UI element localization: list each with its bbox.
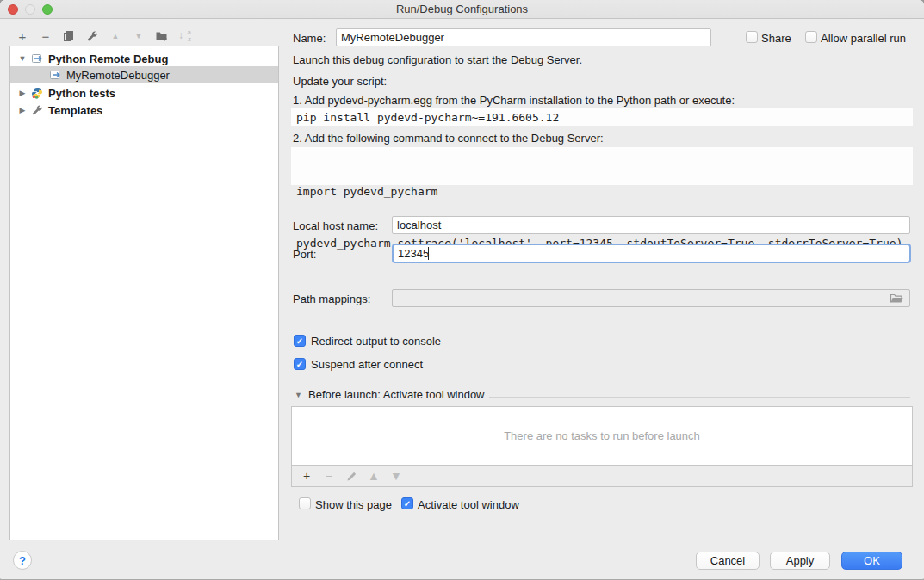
suspend-after-connect-checkbox[interactable]: ✓: [294, 358, 306, 370]
description-line-2: Update your script:: [293, 75, 387, 88]
edit-task-pencil-icon: [344, 469, 358, 483]
remove-task-icon: −: [322, 469, 336, 483]
activate-tool-window-checkbox[interactable]: ✓: [401, 497, 413, 509]
tree-item-label: Python tests: [48, 87, 115, 100]
allow-parallel-run-checkbox[interactable]: [805, 31, 817, 43]
redirect-output-checkbox[interactable]: ✓: [294, 335, 306, 347]
before-launch-collapse-icon[interactable]: ▼: [295, 391, 302, 399]
add-configuration-icon[interactable]: +: [16, 29, 29, 43]
chevron-expanded-icon[interactable]: ▼: [17, 54, 28, 63]
local-host-name-input[interactable]: [392, 216, 910, 234]
title-bar: Run/Debug Configurations: [0, 0, 924, 19]
ok-button[interactable]: OK: [841, 552, 902, 570]
show-this-page-label: Show this page: [315, 498, 392, 511]
window-title: Run/Debug Configurations: [0, 3, 924, 15]
tree-item-python-remote-debug[interactable]: ▼ Python Remote Debug: [10, 50, 278, 67]
tree-item-myremotedebugger[interactable]: MyRemoteDebugger: [10, 66, 278, 83]
share-checkbox[interactable]: [746, 31, 758, 43]
move-task-up-icon: ▲: [367, 469, 381, 483]
help-button[interactable]: ?: [13, 551, 32, 570]
add-task-icon[interactable]: +: [300, 469, 313, 483]
python-tests-icon: [31, 87, 44, 100]
tree-item-label: Templates: [48, 104, 102, 117]
tree-item-templates[interactable]: ▶ Templates: [10, 102, 278, 119]
templates-wrench-icon: [31, 104, 44, 117]
browse-folder-icon[interactable]: [890, 292, 904, 308]
copy-configuration-icon[interactable]: [62, 29, 76, 43]
before-launch-header: Before launch: Activate tool window: [308, 388, 485, 401]
settrace-code-line-1: import pydevd_pycharm: [296, 183, 908, 201]
empty-task-list-text: There are no tasks to run before launch: [504, 429, 700, 442]
pip-install-code: pip install pydevd-pycharm~=191.6605.12: [291, 108, 913, 126]
sort-alphabetically-icon: ↓ a z: [178, 29, 192, 43]
name-input[interactable]: [336, 28, 711, 46]
edit-defaults-wrench-icon[interactable]: [85, 29, 99, 43]
name-label: Name:: [293, 32, 326, 45]
suspend-after-connect-label: Suspend after connect: [311, 358, 423, 371]
path-mappings-input: [392, 289, 910, 307]
allow-parallel-run-label: Allow parallel run: [821, 32, 906, 45]
chevron-collapsed-icon[interactable]: ▶: [17, 106, 28, 114]
tree-item-label: MyRemoteDebugger: [66, 69, 170, 82]
activate-tool-window-label: Activate tool window: [418, 498, 519, 511]
redirect-output-label: Redirect output to console: [311, 335, 441, 348]
move-down-icon: ▼: [132, 29, 146, 43]
before-launch-divider: [489, 397, 910, 398]
cancel-button[interactable]: Cancel: [696, 552, 760, 570]
new-folder-icon[interactable]: [155, 29, 169, 43]
move-up-icon: ▲: [109, 29, 122, 43]
move-task-down-icon: ▼: [389, 469, 403, 483]
description-line-1: Launch this debug configuration to start…: [293, 53, 582, 66]
tree-item-label: Python Remote Debug: [48, 52, 168, 65]
run-debug-configurations-dialog: Run/Debug Configurations + − ▲ ▼ ↓ a z ▼…: [0, 0, 924, 580]
before-launch-task-list: There are no tasks to run before launch: [291, 406, 913, 466]
remote-debug-config-icon: [31, 52, 44, 65]
apply-button[interactable]: Apply: [770, 552, 830, 570]
remote-debug-config-icon: [49, 69, 62, 82]
remove-configuration-icon[interactable]: −: [39, 29, 53, 43]
task-list-toolbar: + − ▲ ▼: [291, 466, 913, 487]
path-mappings-label: Path mappings:: [293, 293, 370, 305]
step-2-text: 2. Add the following command to connect …: [293, 132, 604, 145]
step-1-text: 1. Add pydevd-pycharm.egg from the PyCha…: [293, 94, 735, 107]
configurations-toolbar: + − ▲ ▼ ↓ a z: [16, 27, 192, 46]
local-host-name-label: Local host name:: [293, 219, 378, 232]
text-caret: [428, 247, 429, 260]
configurations-tree: ▼ Python Remote Debug MyRemoteDebugger ▶: [9, 46, 279, 540]
port-label: Port:: [293, 248, 316, 261]
share-label: Share: [761, 32, 791, 45]
port-input[interactable]: [392, 244, 911, 263]
tree-item-python-tests[interactable]: ▶ Python tests: [10, 84, 278, 102]
chevron-collapsed-icon[interactable]: ▶: [17, 89, 28, 97]
settrace-code: import pydevd_pycharm pydevd_pycharm.set…: [291, 147, 913, 185]
show-this-page-checkbox[interactable]: [299, 497, 311, 509]
help-question-icon: ?: [19, 554, 26, 567]
